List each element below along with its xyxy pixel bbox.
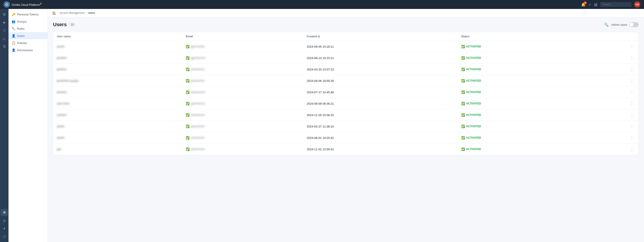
status-label: ACTIVATED <box>466 114 481 116</box>
topnav-search-input[interactable] <box>600 2 632 7</box>
row-more-button[interactable]: ⋮ <box>629 78 635 84</box>
email-text: g•••••••••••• <box>191 45 205 48</box>
users-icon: 👤 <box>12 34 15 38</box>
row-more-button[interactable]: ⋮ <box>629 134 635 141</box>
email-cell: ✅ y•••••••••••• <box>186 148 300 151</box>
cell-email: ✅ o•••••••••••• <box>182 109 303 121</box>
sidebar-icon-flows[interactable]: ◈ <box>1 19 8 26</box>
status-badge: ✅ ACTIVATED <box>461 68 576 71</box>
email-text: q•••••••••••• <box>191 102 205 105</box>
sidebar-icon-data[interactable]: ⬡ <box>1 27 8 34</box>
sidebar-icon-analytics[interactable]: △ <box>1 35 8 42</box>
page-header: Users 10 🔍 Admin users <box>53 22 639 28</box>
row-more-button[interactable]: ⋮ <box>629 54 635 61</box>
row-more-button[interactable]: ⋮ <box>629 43 635 50</box>
status-badge: ✅ ACTIVATED <box>461 90 576 94</box>
sidebar-icon-integrations[interactable]: ◎ <box>1 217 8 224</box>
email-cell: ✅ o•••••••••••• <box>186 113 300 117</box>
sidebar-item-users[interactable]: 👤 Users <box>8 32 48 39</box>
cell-username: v•••••• <box>53 132 182 144</box>
email-text: y•••••••••••• <box>191 148 204 151</box>
breadcrumb-access-management[interactable]: Access Management <box>60 12 84 14</box>
cell-created: 2024-11-26 15:08:16 <box>303 109 458 121</box>
row-more-button[interactable]: ⋮ <box>629 123 635 130</box>
sidebar-icon-content[interactable]: ☰ <box>1 43 8 50</box>
row-more-button[interactable]: ⋮ <box>629 146 635 152</box>
icon-sidebar: ⊞ ◈ ⬡ △ ☰ ⚙ ◎ ✦ ⬡ <box>0 9 8 242</box>
admin-toggle[interactable] <box>629 22 639 27</box>
messages-icon[interactable]: ▤ <box>594 2 598 7</box>
cell-username: k•••••••• <box>53 64 182 75</box>
username-text: k••••••••••• a.com <box>57 79 78 82</box>
star-icon[interactable]: ☆ <box>588 2 592 7</box>
sidebar-item-label: Roles <box>17 27 24 30</box>
status-icon: ✅ <box>461 102 465 105</box>
user-avatar[interactable]: OD <box>634 1 640 8</box>
sidebar-item-groups[interactable]: 👥 Groups <box>8 18 48 25</box>
sidebar-icon-dashboard[interactable]: ⊞ <box>1 11 8 18</box>
search-button[interactable]: 🔍 <box>604 22 609 27</box>
email-text: lv•••••••••••• <box>191 90 205 94</box>
sidebar-item-policies[interactable]: 📋 Policies <box>8 39 48 46</box>
cell-username: c•••• •••••• <box>53 98 182 109</box>
admin-toggle-label: Admin users <box>611 23 628 26</box>
status-icon: ✅ <box>461 45 465 48</box>
email-text: k•••••••••••• <box>191 79 204 82</box>
page-header-right: 🔍 Admin users <box>604 22 639 27</box>
status-label: ACTIVATED <box>466 90 481 94</box>
page-title-group: Users 10 <box>53 22 76 28</box>
status-icon: ✅ <box>461 79 465 82</box>
email-verified-icon: ✅ <box>186 124 190 128</box>
cell-status: ✅ ACTIVATED <box>458 109 580 121</box>
cell-email: ✅ ig•••••••••••• <box>182 52 303 64</box>
breadcrumb-current: Users <box>88 12 95 14</box>
nav-sidebar: 🔑 Personal Tokens 👥 Groups 🔧 Roles 👤 Use… <box>8 9 48 242</box>
status-badge: ✅ ACTIVATED <box>461 45 576 48</box>
cell-email: ✅ k•••••••••••• <box>182 75 303 86</box>
cell-status: ✅ ACTIVATED <box>458 132 580 144</box>
sidebar-icon-ai[interactable]: ✦ <box>1 225 8 232</box>
roles-icon: 🔧 <box>12 27 15 30</box>
username-text: k•••••••• <box>57 56 66 60</box>
table-row: y••• ✅ y•••••••••••• 2024-11-01 12:00:42… <box>53 144 638 155</box>
row-more-button[interactable]: ⋮ <box>629 100 635 107</box>
username-text: c•••• •••••• <box>57 102 69 105</box>
admin-toggle-group: Admin users <box>611 22 639 27</box>
breadcrumb-sep-2: › <box>86 12 87 14</box>
email-cell: ✅ ig•••••••••••• <box>186 56 300 60</box>
topnav-left: O Omilia Cloud Platform® <box>4 1 42 8</box>
row-more-button[interactable]: ⋮ <box>629 89 635 96</box>
key-icon: 🔑 <box>12 12 15 16</box>
cell-actions: ⋮ <box>580 64 638 75</box>
cell-email: ✅ lv•••••••••••• <box>182 86 303 98</box>
cell-created: 2024-09-09 09:36:21 <box>303 98 458 109</box>
cell-status: ✅ ACTIVATED <box>458 86 580 98</box>
breadcrumb-home-icon[interactable]: 🏠 <box>52 11 56 15</box>
sidebar-icon-access[interactable]: ⬡ <box>1 233 8 240</box>
table-row: h•••••••• ✅ lv•••••••••••• 2024-07-17 14… <box>53 86 638 98</box>
status-icon: ✅ <box>461 136 465 140</box>
sidebar-item-label: Policies <box>17 42 27 45</box>
row-more-button[interactable]: ⋮ <box>629 66 635 73</box>
email-cell: ✅ q•••••••••••• <box>186 102 300 105</box>
sidebar-item-personal-tokens[interactable]: 🔑 Personal Tokens <box>8 11 48 18</box>
email-verified-icon: ✅ <box>186 90 190 94</box>
email-verified-icon: ✅ <box>186 148 190 151</box>
sidebar-item-roles[interactable]: 🔧 Roles <box>8 25 48 32</box>
username-text: v•••••• <box>57 136 64 140</box>
status-label: ACTIVATED <box>466 125 481 128</box>
email-verified-icon: ✅ <box>186 136 190 140</box>
email-verified-icon: ✅ <box>186 113 190 117</box>
cell-status: ✅ ACTIVATED <box>458 121 580 132</box>
sidebar-icon-settings[interactable]: ⚙ <box>1 209 8 216</box>
sidebar-item-label: Personal Tokens <box>17 13 38 16</box>
cell-username: c•••••••• <box>53 109 182 121</box>
email-text: o•••••••••••• <box>191 114 205 117</box>
sidebar-item-permissions[interactable]: 👤 Permissions <box>8 46 48 54</box>
email-verified-icon: ✅ <box>186 102 190 105</box>
row-more-button[interactable]: ⋮ <box>629 112 635 118</box>
notifications-icon[interactable]: 🔔 3 <box>581 2 586 7</box>
email-cell: ✅ k•••••••••••• <box>186 68 300 71</box>
status-icon: ✅ <box>461 148 465 151</box>
status-label: ACTIVATED <box>466 136 481 139</box>
